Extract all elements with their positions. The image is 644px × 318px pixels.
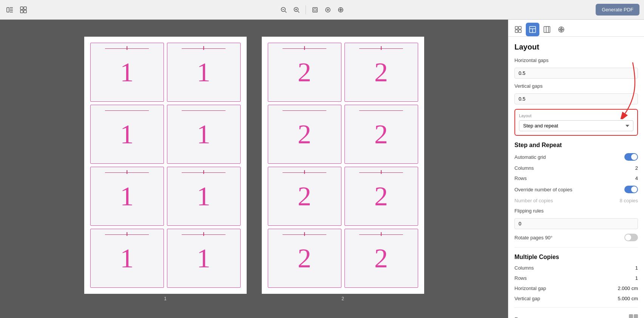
card-tick (203, 46, 204, 50)
tab-grid[interactable] (511, 23, 525, 36)
main-area: 1 1 1 1 1 1 1 1 1 2 2 2 2 2 2 2 2 (0, 20, 644, 318)
tab-target[interactable] (554, 23, 568, 36)
mc-rows-label: Rows (514, 275, 527, 281)
rotate-pages-label: Rotate pages 90° (514, 235, 553, 240)
horizontal-gap-row: Horizontal gaps (514, 57, 638, 63)
generate-pdf-button[interactable]: Generate PDF (596, 4, 639, 16)
card-tick (381, 170, 381, 174)
toolbar: Generate PDF (0, 0, 644, 20)
svg-rect-24 (515, 26, 518, 29)
svg-point-18 (326, 8, 330, 12)
card-tick (203, 170, 204, 174)
card-tick (381, 232, 381, 236)
presets-grid-icon[interactable] (629, 314, 638, 318)
toolbar-right: Generate PDF (596, 4, 639, 16)
tab-columns[interactable] (540, 23, 554, 36)
layout-icon-2[interactable] (18, 5, 29, 15)
rows-label: Rows (514, 175, 527, 181)
card: 2 (344, 105, 418, 164)
panel-content: Layout Horizontal gaps Vertical gaps Lay… (508, 37, 644, 318)
card: 2 (344, 167, 418, 226)
rotate-pages-toggle[interactable] (624, 234, 638, 241)
svg-rect-16 (313, 8, 317, 12)
tab-layout[interactable] (526, 23, 539, 36)
toolbar-separator (306, 5, 306, 14)
page-2-wrapper: 2 2 2 2 2 2 2 2 2 (262, 37, 424, 301)
automatic-grid-label: Automatic grid (514, 154, 546, 160)
zoom-in-icon[interactable] (291, 5, 302, 15)
card: 2 (268, 43, 341, 102)
toolbar-left (5, 5, 29, 15)
card-tick (304, 46, 305, 50)
page-2-label: 2 (341, 296, 344, 301)
fit-icon[interactable] (310, 5, 320, 15)
card: 1 (90, 43, 164, 102)
mc-rows-row: Rows 1 (514, 275, 638, 281)
card: 1 (167, 229, 241, 288)
card-tick (127, 46, 127, 50)
zoom-reset-icon[interactable] (323, 5, 333, 15)
layout-icon-1[interactable] (5, 5, 15, 15)
divider-2 (514, 307, 638, 308)
num-copies-label: Number of copies (514, 198, 553, 203)
svg-rect-7 (20, 10, 23, 13)
page-2: 2 2 2 2 2 2 2 2 (262, 37, 424, 294)
card: 1 (167, 105, 241, 164)
card-line (359, 110, 403, 111)
svg-rect-8 (24, 10, 26, 13)
layout-dropdown-section: Layout Step and repeat Repeat Custom (514, 109, 638, 136)
page-1-wrapper: 1 1 1 1 1 1 1 1 1 (84, 37, 247, 301)
layout-section-title: Layout (514, 43, 638, 51)
zoom-out-icon[interactable] (278, 5, 289, 15)
mc-v-gap-row: Vertical gap 5.000 cm (514, 296, 638, 301)
override-copies-toggle[interactable] (624, 186, 638, 193)
layout-select[interactable]: Step and repeat Repeat Custom (519, 120, 633, 131)
card-line (283, 110, 326, 111)
fullscreen-icon[interactable] (335, 5, 346, 15)
flipping-rules-label: Flipping rules (514, 208, 544, 214)
svg-rect-17 (314, 9, 316, 11)
svg-point-19 (327, 9, 329, 11)
horizontal-gap-input[interactable] (514, 68, 638, 79)
automatic-grid-toggle[interactable] (624, 153, 638, 161)
card: 2 (344, 43, 418, 102)
right-panel: Layout Horizontal gaps Vertical gaps Lay… (508, 20, 644, 318)
mc-columns-value: 1 (635, 265, 638, 271)
card-tick (203, 232, 204, 236)
multiple-copies-title: Multiple Copies (514, 254, 638, 261)
card-tick (127, 170, 127, 174)
card-tick (304, 170, 305, 174)
columns-label: Columns (514, 165, 534, 171)
card: 1 (167, 167, 241, 226)
card: 2 (268, 229, 341, 288)
columns-row: Columns 2 (514, 165, 638, 171)
vertical-gap-label: Vertical gaps (514, 83, 542, 89)
toolbar-center (32, 5, 593, 15)
mc-h-gap-label: Horizontal gap (514, 285, 546, 291)
horizontal-gap-label: Horizontal gaps (514, 57, 548, 63)
mc-rows-value: 1 (635, 275, 638, 281)
columns-value: 2 (635, 165, 638, 171)
rows-row: Rows 4 (514, 175, 638, 181)
card-tick (381, 46, 381, 50)
svg-rect-25 (519, 26, 521, 29)
flipping-rules-input[interactable] (514, 218, 638, 229)
rotate-pages-row: Rotate pages 90° (514, 234, 638, 241)
vertical-gap-input[interactable] (514, 93, 638, 104)
card: 2 (344, 229, 418, 288)
card: 1 (167, 43, 241, 102)
svg-rect-6 (24, 7, 26, 9)
svg-line-11 (285, 11, 286, 12)
card: 1 (90, 167, 164, 226)
svg-rect-26 (515, 30, 518, 33)
card: 1 (90, 105, 164, 164)
card-line (105, 110, 149, 111)
panel-tabs (508, 20, 644, 37)
mc-columns-label: Columns (514, 265, 534, 271)
svg-rect-0 (7, 8, 9, 12)
mc-v-gap-value: 5.000 cm (618, 296, 638, 301)
svg-rect-5 (20, 7, 23, 9)
num-copies-value: 8 copies (620, 198, 638, 203)
page-1: 1 1 1 1 1 1 1 1 (84, 37, 247, 294)
svg-rect-27 (519, 30, 521, 33)
